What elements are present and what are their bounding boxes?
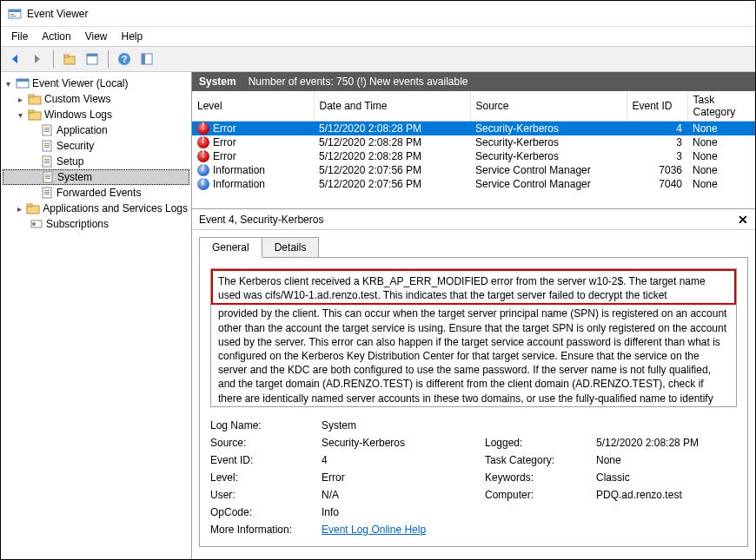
cell-cat: None (687, 149, 755, 163)
event-row[interactable]: Error5/12/2020 2:08:28 PMSecurity-Kerber… (192, 122, 755, 135)
help-button[interactable]: ? (114, 49, 135, 69)
tree-subscriptions[interactable]: Subscriptions (3, 216, 189, 232)
forward-button[interactable] (27, 49, 48, 69)
back-button[interactable] (4, 49, 25, 69)
level-text: Information (213, 178, 265, 190)
level-label: Level: (210, 471, 315, 484)
tree-windows-logs[interactable]: ▾ Windows Logs (3, 107, 189, 122)
tree-label: Windows Logs (44, 109, 112, 121)
cell-date: 5/12/2020 2:08:28 PM (314, 135, 470, 149)
menu-action[interactable]: Action (35, 29, 77, 44)
log-icon (41, 170, 55, 184)
svg-rect-5 (64, 55, 69, 57)
task-category-label: Task Category: (485, 454, 589, 466)
event-row[interactable]: Error5/12/2020 2:08:28 PMSecurity-Kerber… (192, 135, 755, 149)
event-description[interactable]: The Kerberos client received a KRB_AP_ER… (210, 268, 737, 407)
cell-id: 7040 (627, 177, 687, 191)
tree-root[interactable]: ▾ Event Viewer (Local) (3, 76, 189, 91)
event-id-value: 4 (322, 454, 478, 466)
svg-rect-27 (44, 159, 50, 160)
log-icon (40, 155, 54, 168)
svg-rect-17 (29, 110, 34, 113)
tree-apps-services[interactable]: ▸ Applications and Services Logs (3, 201, 189, 216)
error-icon (197, 122, 209, 135)
col-date[interactable]: Date and Time (314, 91, 470, 122)
cell-id: 4 (627, 122, 687, 135)
menu-view[interactable]: View (78, 29, 115, 44)
toolbar-separator-2 (108, 50, 109, 68)
menu-file[interactable]: File (4, 29, 35, 44)
tree-application[interactable]: Application (3, 122, 189, 138)
svg-rect-39 (27, 204, 32, 207)
system-name: System (199, 76, 236, 88)
menu-help[interactable]: Help (115, 29, 150, 44)
col-source[interactable]: Source (470, 91, 627, 122)
svg-rect-24 (44, 145, 50, 146)
show-hide-button[interactable] (136, 49, 157, 69)
tree-label: Security (56, 140, 94, 152)
tab-general[interactable]: General (199, 237, 262, 258)
tree-label: Setup (56, 155, 83, 168)
expand-icon[interactable]: ▾ (15, 110, 25, 120)
log-icon (40, 139, 54, 153)
grid-header-row: Level Date and Time Source Event ID Task… (192, 91, 755, 122)
level-text: Error (213, 150, 236, 162)
source-label: Source: (210, 437, 315, 449)
source-value: Security-Kerberos (322, 437, 478, 449)
more-info-link[interactable]: Event Log Online Help (322, 524, 737, 536)
cell-id: 7036 (627, 163, 687, 177)
col-event-id[interactable]: Event ID (627, 91, 687, 122)
tree-root-label: Event Viewer (Local) (32, 77, 129, 89)
toolbar-separator (53, 50, 54, 68)
up-button[interactable] (59, 49, 80, 69)
subscriptions-icon (30, 217, 43, 231)
close-icon[interactable]: ✕ (738, 213, 748, 227)
cell-date: 5/12/2020 2:07:56 PM (314, 163, 470, 177)
cell-cat: None (687, 177, 755, 191)
keywords-label: Keywords: (485, 471, 589, 484)
tree-label: Forwarded Events (56, 187, 141, 199)
svg-rect-7 (87, 54, 97, 56)
properties-button[interactable] (82, 49, 103, 69)
event-row[interactable]: Information5/12/2020 2:07:56 PMService C… (192, 163, 755, 177)
tree-setup[interactable]: Setup (3, 154, 189, 169)
svg-rect-37 (44, 194, 50, 194)
detail-tabs: General Details (199, 237, 748, 258)
tree-panel: ▾ Event Viewer (Local) ▸ Custom Views ▾ … (1, 72, 192, 559)
col-level[interactable]: Level (192, 91, 314, 122)
svg-rect-1 (9, 10, 21, 12)
tab-content-general: The Kerberos client received a KRB_AP_ER… (199, 258, 748, 547)
error-icon (197, 150, 209, 162)
svg-rect-21 (44, 131, 50, 132)
expand-icon[interactable]: ▾ (3, 79, 13, 89)
tab-details[interactable]: Details (262, 237, 320, 257)
col-task-category[interactable]: Task Category (687, 91, 755, 122)
cell-date: 5/12/2020 2:08:28 PM (314, 122, 470, 135)
cell-id: 3 (627, 135, 687, 149)
folder-icon (28, 108, 42, 122)
event-row[interactable]: Information5/12/2020 2:07:56 PMService C… (192, 177, 755, 191)
expand-icon[interactable]: ▸ (15, 204, 23, 214)
tree-security[interactable]: Security (3, 138, 189, 154)
cell-source: Security-Kerberos (470, 122, 627, 135)
log-name-label: Log Name: (210, 419, 315, 432)
event-count-message: Number of events: 750 (!) New events ava… (249, 76, 468, 88)
tree-forwarded[interactable]: Forwarded Events (3, 185, 189, 201)
svg-rect-33 (45, 178, 50, 179)
event-grid: Level Date and Time Source Event ID Task… (192, 91, 755, 209)
svg-rect-3 (10, 16, 17, 16)
tree-system[interactable]: System (3, 169, 189, 185)
svg-rect-20 (44, 129, 50, 130)
expand-icon[interactable]: ▸ (15, 95, 25, 104)
svg-rect-15 (29, 95, 34, 97)
menubar: File Action View Help (1, 27, 755, 46)
cell-date: 5/12/2020 2:07:56 PM (314, 177, 470, 191)
computer-value: PDQ.ad.renzo.test (596, 489, 737, 501)
cell-source: Security-Kerberos (470, 135, 627, 149)
tree-custom-views[interactable]: ▸ Custom Views (3, 91, 189, 107)
event-row[interactable]: Error5/12/2020 2:08:28 PMSecurity-Kerber… (192, 149, 755, 163)
svg-rect-13 (17, 79, 29, 82)
cell-id: 3 (627, 149, 687, 163)
detail-title: Event 4, Security-Kerberos (199, 214, 323, 226)
level-text: Error (213, 122, 236, 135)
